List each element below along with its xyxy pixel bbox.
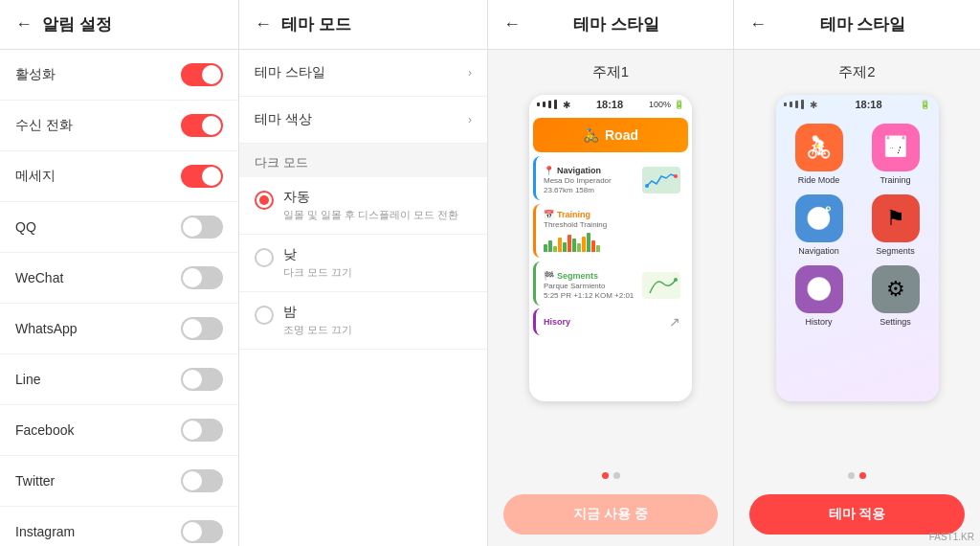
- setting-item: QQ: [0, 202, 238, 253]
- dot-2-active: [859, 472, 866, 479]
- theme1-dots: [488, 465, 733, 487]
- history-card: Hisory ↗: [533, 308, 688, 335]
- theme1-preview: ✱ 18:18 100% 🔋 🚴 Road 📍 Naviga: [488, 91, 733, 465]
- icon-grid-item[interactable]: 🧭 Navigation: [786, 194, 853, 256]
- icon-circle: 🚴: [795, 124, 843, 171]
- icon-circle: 🕐: [795, 265, 843, 313]
- segments-mini-map: [642, 272, 680, 299]
- icon-grid-item[interactable]: ⚙ Settings: [862, 265, 929, 327]
- radio-circle: [255, 191, 274, 210]
- radio-option[interactable]: 낮 다크 모드 끄기: [239, 235, 487, 292]
- setting-label: Instagram: [15, 524, 75, 539]
- setting-item: Twitter: [0, 456, 238, 507]
- training-card: 📅 Training Threshold Training: [533, 204, 688, 258]
- setting-label: Facebook: [15, 422, 74, 438]
- nav-card: 📍 Navigation Mesa Do Imperador 23.67km 1…: [533, 156, 688, 200]
- toggle-switch[interactable]: [181, 317, 223, 340]
- radio-label: 자동: [283, 189, 458, 206]
- panel-alert-settings: ← 알림 설정 활성화 수신 전화 메세지 QQ WeChat WhatsApp…: [0, 0, 239, 546]
- toggle-switch[interactable]: [181, 520, 223, 543]
- setting-label: WeChat: [15, 270, 63, 285]
- segments-card-content: 🏁 Segments Parque Sarmiento 5:25 PR +1:1…: [544, 271, 680, 300]
- radio-circle: [255, 306, 274, 325]
- apply-theme-button[interactable]: 테마 적용: [749, 494, 965, 535]
- chevron-icon: ›: [468, 113, 472, 126]
- icon-label: Training: [880, 175, 910, 185]
- setting-item: WeChat: [0, 253, 238, 304]
- dot-1-inactive: [613, 472, 620, 479]
- setting-label: Line: [15, 372, 40, 387]
- panel2-back-icon[interactable]: ←: [255, 14, 272, 34]
- radio-content: 자동 일몰 및 일몰 후 디스플레이 모드 전환: [283, 189, 458, 222]
- icon-label: History: [805, 317, 832, 327]
- segments-detail: 5:25 PR +1:12 KOM +2:01: [544, 291, 634, 300]
- battery-text: 100%: [649, 100, 671, 109]
- theme1-phone-frame: ✱ 18:18 100% 🔋 🚴 Road 📍 Naviga: [529, 95, 692, 401]
- radio-option[interactable]: 밤 조명 모드 끄기: [239, 292, 487, 350]
- toggle-switch[interactable]: [181, 368, 223, 391]
- theme-menu-item[interactable]: 테마 색상 ›: [239, 97, 487, 144]
- segments-card-title: Segments: [557, 271, 598, 281]
- setting-label: Twitter: [15, 473, 55, 489]
- icon-grid-item[interactable]: 📅 Training: [862, 124, 929, 185]
- icon-label: Segments: [876, 246, 915, 256]
- ride-mode-label: Road: [605, 127, 638, 143]
- theme2-status-right: 🔋: [920, 100, 930, 109]
- theme2-preview: ✱ 18:18 🔋 🚴 Ride Mode 📅 Training 🧭 Navig…: [734, 91, 980, 465]
- setting-item: Line: [0, 354, 238, 405]
- icon-label: Ride Mode: [798, 175, 840, 185]
- dark-mode-section: 다크 모드: [239, 144, 487, 177]
- ride-mode-button[interactable]: 🚴 Road: [533, 118, 688, 152]
- radio-option[interactable]: 자동 일몰 및 일몰 후 디스플레이 모드 전환: [239, 177, 487, 235]
- panel-theme-mode: ← 테마 모드 테마 스타일 › 테마 색상 › 다크 모드 자동 일몰 및 일…: [239, 0, 488, 546]
- theme1-label: 주제1: [488, 50, 733, 91]
- toggle-switch[interactable]: [181, 469, 223, 492]
- dark-mode-label: 다크 모드: [255, 155, 308, 170]
- theme2-status-left: ✱: [784, 100, 817, 110]
- svg-point-2: [674, 278, 678, 282]
- panel3-back-icon[interactable]: ←: [503, 14, 521, 34]
- nav-card-place: Mesa Do Imperador: [544, 176, 612, 185]
- icon-circle: 🧭: [795, 194, 843, 242]
- current-theme-button[interactable]: 지금 사용 중: [503, 494, 718, 535]
- panel2-title: 테마 모드: [281, 13, 351, 35]
- toggle-switch[interactable]: [181, 419, 223, 442]
- setting-label: 메세지: [15, 168, 56, 185]
- nav-card-content: 📍 Navigation Mesa Do Imperador 23.67km 1…: [544, 166, 680, 194]
- history-title: Hisory: [544, 317, 570, 327]
- menu-item-label: 테마 스타일: [255, 64, 325, 81]
- training-card-subtitle: Threshold Training: [544, 220, 680, 229]
- setting-item: WhatsApp: [0, 304, 238, 354]
- icon-grid-item[interactable]: ⚑ Segments: [862, 194, 929, 256]
- setting-label: 활성화: [15, 66, 56, 83]
- panel4-header: ← 테마 스타일: [734, 0, 980, 50]
- icon-grid-item[interactable]: 🕐 History: [786, 265, 853, 327]
- nav-mini-map: [642, 167, 680, 193]
- radio-sublabel: 일몰 및 일몰 후 디스플레이 모드 전환: [283, 208, 458, 222]
- radio-items-list: 자동 일몰 및 일몰 후 디스플레이 모드 전환 낮 다크 모드 끄기 밤 조명…: [239, 177, 487, 350]
- radio-sublabel: 다크 모드 끄기: [283, 265, 352, 280]
- theme-menu-item[interactable]: 테마 스타일 ›: [239, 50, 487, 97]
- theme2-label: 주제2: [734, 50, 980, 91]
- icon-grid-item[interactable]: 🚴 Ride Mode: [786, 124, 853, 185]
- toggle-switch[interactable]: [181, 165, 223, 188]
- icon-circle: ⚙: [872, 265, 920, 313]
- toggle-switch[interactable]: [181, 266, 223, 289]
- panel4-back-icon[interactable]: ←: [749, 14, 767, 34]
- nav-card-detail: 23.67km 158m: [544, 186, 612, 194]
- icon-label: Settings: [880, 317, 911, 327]
- panel3-header: ← 테마 스타일: [488, 0, 733, 50]
- panel-theme-style-1: ← 테마 스타일 주제1 ✱ 18:18 100% 🔋 🚴: [488, 0, 734, 546]
- toggle-switch[interactable]: [181, 216, 223, 239]
- icon-label: Navigation: [798, 246, 839, 256]
- training-bar-chart: [544, 233, 680, 252]
- chevron-icon: ›: [468, 66, 472, 80]
- setting-item: 메세지: [0, 151, 238, 202]
- back-icon[interactable]: ←: [15, 14, 33, 34]
- theme2-dots: [734, 465, 980, 487]
- toggle-switch[interactable]: [181, 114, 223, 137]
- icon-circle: 📅: [872, 124, 920, 171]
- theme1-status-bar: ✱ 18:18 100% 🔋: [529, 95, 692, 114]
- nav-card-title: Navigation: [557, 166, 601, 175]
- toggle-switch[interactable]: [181, 63, 223, 86]
